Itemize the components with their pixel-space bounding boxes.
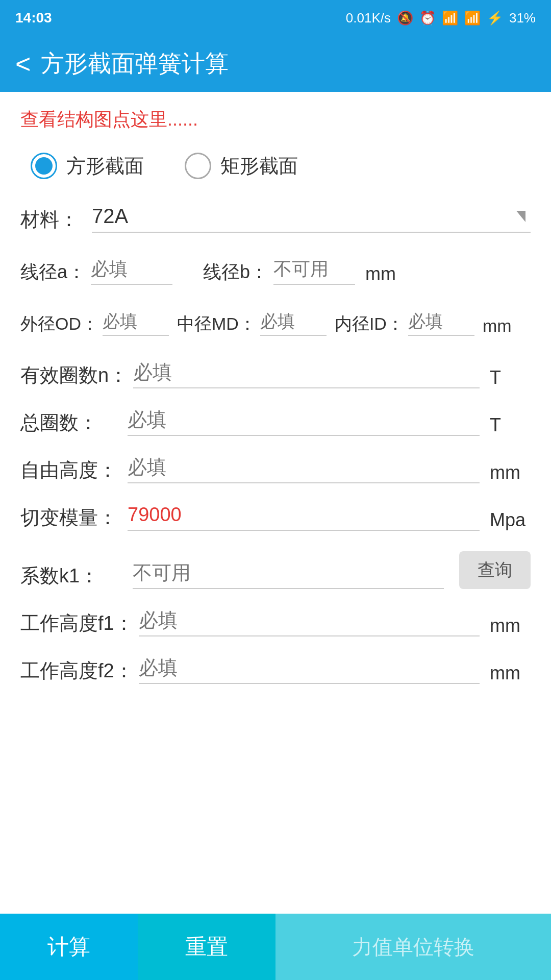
clock-icon: ⏰ bbox=[419, 10, 436, 26]
md-input-wrap bbox=[260, 310, 327, 336]
work-height1-input-wrap bbox=[139, 609, 480, 636]
material-row: 材料： 72A bbox=[20, 205, 531, 233]
free-height-unit: mm bbox=[490, 462, 531, 483]
effective-coils-row: 有效圈数n： T bbox=[20, 361, 531, 388]
wifi-icon: 📶 bbox=[442, 10, 458, 26]
diameter-a-item: 线径a： bbox=[20, 258, 172, 285]
total-coils-input-wrap bbox=[128, 409, 480, 436]
radio-square-label: 方形截面 bbox=[66, 153, 144, 179]
work-height2-row: 工作高度f2： mm bbox=[20, 657, 531, 684]
status-time: 14:03 bbox=[15, 10, 52, 26]
effective-coils-input[interactable] bbox=[133, 361, 480, 383]
free-height-input-wrap bbox=[128, 456, 480, 483]
bolt-icon: ⚡ bbox=[487, 10, 503, 26]
effective-coils-label: 有效圈数n： bbox=[20, 362, 128, 388]
effective-coils-unit: T bbox=[490, 367, 531, 388]
effective-coils-input-wrap bbox=[133, 361, 480, 388]
diameter-ab-row: 线径a： 线径b： mm bbox=[20, 258, 531, 285]
id-input[interactable] bbox=[408, 311, 474, 331]
free-height-row: 自由高度： mm bbox=[20, 456, 531, 483]
id-unit: mm bbox=[483, 316, 512, 336]
diameter-b-unit: mm bbox=[365, 263, 406, 285]
id-item: 内径ID： mm bbox=[335, 310, 512, 336]
shear-modulus-input-wrap bbox=[128, 504, 480, 531]
od-input-wrap bbox=[103, 310, 169, 336]
material-label: 材料： bbox=[20, 207, 82, 233]
k1-input-wrap bbox=[133, 562, 444, 589]
k1-input[interactable] bbox=[133, 562, 444, 584]
od-input[interactable] bbox=[103, 311, 169, 331]
shear-modulus-input[interactable] bbox=[128, 504, 480, 526]
radio-square-section[interactable]: 方形截面 bbox=[31, 153, 144, 179]
k1-row: 系数k1： 查询 bbox=[20, 551, 531, 589]
status-bar: 14:03 0.01K/s 🔕 ⏰ 📶 📶 ⚡ 31% bbox=[0, 0, 551, 36]
md-label: 中径MD： bbox=[177, 312, 256, 336]
md-input[interactable] bbox=[260, 311, 327, 331]
query-button[interactable]: 查询 bbox=[459, 551, 531, 589]
material-value: 72A bbox=[92, 205, 128, 228]
header: < 方形截面弹簧计算 bbox=[0, 36, 551, 92]
diameter-a-input-wrap bbox=[91, 258, 172, 285]
od-label: 外径OD： bbox=[20, 312, 98, 336]
od-md-id-row: 外径OD： 中径MD： 内径ID： mm bbox=[20, 310, 531, 336]
unit-convert-button[interactable]: 力值单位转换 bbox=[276, 914, 551, 980]
shear-modulus-row: 切变模量： Mpa bbox=[20, 504, 531, 531]
status-icons: 0.01K/s 🔕 ⏰ 📶 📶 ⚡ 31% bbox=[346, 10, 536, 26]
diameter-b-input[interactable] bbox=[273, 258, 355, 280]
radio-square-circle[interactable] bbox=[31, 153, 57, 179]
work-height1-row: 工作高度f1： mm bbox=[20, 609, 531, 636]
total-coils-label: 总圈数： bbox=[20, 410, 122, 436]
od-item: 外径OD： bbox=[20, 310, 169, 336]
total-coils-row: 总圈数： T bbox=[20, 409, 531, 436]
page-title: 方形截面弹簧计算 bbox=[41, 48, 229, 80]
shear-modulus-label: 切变模量： bbox=[20, 505, 122, 531]
k1-label: 系数k1： bbox=[20, 563, 122, 589]
dropdown-arrow-icon bbox=[516, 211, 525, 222]
id-input-wrap bbox=[408, 310, 474, 336]
structure-link[interactable]: 查看结构图点这里...... bbox=[20, 107, 531, 132]
diameter-a-label: 线径a： bbox=[20, 260, 86, 285]
work-height2-input-wrap bbox=[139, 657, 480, 684]
md-item: 中径MD： bbox=[177, 310, 327, 336]
free-height-input[interactable] bbox=[128, 456, 480, 478]
reset-button[interactable]: 重置 bbox=[138, 914, 276, 980]
total-coils-unit: T bbox=[490, 414, 531, 436]
battery-percent: 31% bbox=[509, 10, 536, 26]
diameter-b-label: 线径b： bbox=[203, 260, 268, 285]
main-content: 查看结构图点这里...... 方形截面 矩形截面 材料： 72A 线径a： 线径… bbox=[0, 92, 551, 914]
total-coils-input[interactable] bbox=[128, 409, 480, 431]
work-height2-input[interactable] bbox=[139, 657, 480, 679]
diameter-b-item: 线径b： mm bbox=[203, 258, 406, 285]
work-height2-label: 工作高度f2： bbox=[20, 658, 134, 684]
work-height1-label: 工作高度f1： bbox=[20, 610, 134, 636]
diameter-a-input[interactable] bbox=[91, 258, 172, 280]
radio-rect-circle[interactable] bbox=[185, 153, 211, 179]
id-label: 内径ID： bbox=[335, 312, 404, 336]
bottom-action-bar: 计算 重置 力值单位转换 bbox=[0, 914, 551, 980]
signal-icon: 📶 bbox=[464, 10, 481, 26]
shear-modulus-unit: Mpa bbox=[490, 509, 531, 531]
back-button[interactable]: < bbox=[15, 48, 31, 79]
diameter-b-input-wrap bbox=[273, 258, 355, 285]
calculate-button[interactable]: 计算 bbox=[0, 914, 138, 980]
section-type-selector: 方形截面 矩形截面 bbox=[20, 153, 531, 179]
work-height1-unit: mm bbox=[490, 615, 531, 636]
material-select[interactable]: 72A bbox=[92, 205, 531, 233]
work-height2-unit: mm bbox=[490, 663, 531, 684]
radio-rect-label: 矩形截面 bbox=[220, 153, 298, 179]
free-height-label: 自由高度： bbox=[20, 457, 122, 483]
work-height1-input[interactable] bbox=[139, 609, 480, 631]
alarm-icon: 🔕 bbox=[397, 10, 413, 26]
radio-rect-section[interactable]: 矩形截面 bbox=[185, 153, 298, 179]
network-speed: 0.01K/s bbox=[346, 10, 391, 26]
